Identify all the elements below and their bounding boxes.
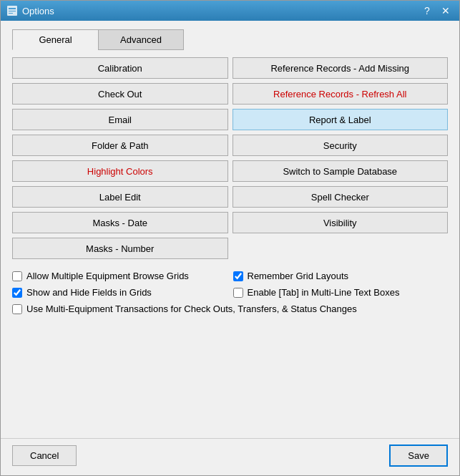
checkbox-remember-grid-input[interactable] <box>233 271 243 281</box>
btn-reference-refresh[interactable]: Reference Records - Refresh All <box>233 83 449 105</box>
checkbox-show-hide-fields-label: Show and Hide Fields in Grids <box>26 287 152 298</box>
window-title: Options <box>22 6 54 16</box>
title-bar-controls: ? ✕ <box>419 3 454 19</box>
buttons-grid: Calibration Reference Records - Add Miss… <box>12 57 448 259</box>
checkbox-remember-grid[interactable]: Remember Grid Layouts <box>233 271 449 281</box>
svg-rect-2 <box>9 11 16 11</box>
checkbox-remember-grid-label: Remember Grid Layouts <box>248 271 349 281</box>
checkbox-enable-tab-input[interactable] <box>233 288 243 298</box>
options-window: Options ? ✕ General Advanced Calibration… <box>0 0 460 476</box>
svg-rect-3 <box>9 13 13 14</box>
title-bar: Options ? ✕ <box>1 1 459 21</box>
btn-masks-date[interactable]: Masks - Date <box>12 212 228 233</box>
btn-visibility[interactable]: Visibility <box>233 212 449 233</box>
checkbox-row-2: Show and Hide Fields in Grids Enable [Ta… <box>12 287 448 298</box>
tabs-row: General Advanced <box>12 29 448 50</box>
btn-switch-sample-db[interactable]: Switch to Sample Database <box>233 160 449 182</box>
checkbox-allow-multiple-label: Allow Multiple Equipment Browse Grids <box>26 271 189 281</box>
btn-calibration[interactable]: Calibration <box>12 57 228 79</box>
checkbox-enable-tab[interactable]: Enable [Tab] in Multi-Line Text Boxes <box>233 287 449 298</box>
help-button[interactable]: ? <box>419 3 435 19</box>
btn-security[interactable]: Security <box>233 135 449 156</box>
checkbox-row-3: Use Multi-Equipment Transactions for Che… <box>12 303 448 314</box>
btn-report-label[interactable]: Report & Label <box>233 109 449 130</box>
close-button[interactable]: ✕ <box>438 3 454 19</box>
tab-general[interactable]: General <box>12 29 98 50</box>
checkbox-row-1: Allow Multiple Equipment Browse Grids Re… <box>12 271 448 281</box>
checkbox-enable-tab-label: Enable [Tab] in Multi-Line Text Boxes <box>248 287 400 298</box>
tab-advanced[interactable]: Advanced <box>98 29 184 50</box>
checkbox-show-hide-fields-input[interactable] <box>12 288 22 298</box>
checkbox-multi-equipment[interactable]: Use Multi-Equipment Transactions for Che… <box>12 303 357 314</box>
title-bar-left: Options <box>6 5 54 16</box>
checkboxes-section: Allow Multiple Equipment Browse Grids Re… <box>12 271 448 314</box>
content-area: General Advanced Calibration Reference R… <box>1 21 459 438</box>
checkbox-multi-equipment-label: Use Multi-Equipment Transactions for Che… <box>26 303 357 314</box>
btn-highlight-colors[interactable]: Highlight Colors <box>12 160 228 182</box>
save-button[interactable]: Save <box>389 445 448 467</box>
btn-folder-path[interactable]: Folder & Path <box>12 135 228 156</box>
btn-checkout[interactable]: Check Out <box>12 83 228 105</box>
btn-spell-checker[interactable]: Spell Checker <box>233 186 449 208</box>
window-icon <box>6 5 18 16</box>
svg-rect-1 <box>9 8 16 9</box>
btn-label-edit[interactable]: Label Edit <box>12 186 228 208</box>
btn-email[interactable]: Email <box>12 109 228 130</box>
checkbox-allow-multiple-input[interactable] <box>12 271 22 281</box>
cancel-button[interactable]: Cancel <box>12 445 77 466</box>
footer: Cancel Save <box>1 438 459 475</box>
btn-masks-number[interactable]: Masks - Number <box>12 238 228 259</box>
checkbox-show-hide-fields[interactable]: Show and Hide Fields in Grids <box>12 287 227 298</box>
checkbox-allow-multiple[interactable]: Allow Multiple Equipment Browse Grids <box>12 271 227 281</box>
btn-reference-add[interactable]: Reference Records - Add Missing <box>233 57 449 79</box>
checkbox-multi-equipment-input[interactable] <box>12 304 22 314</box>
